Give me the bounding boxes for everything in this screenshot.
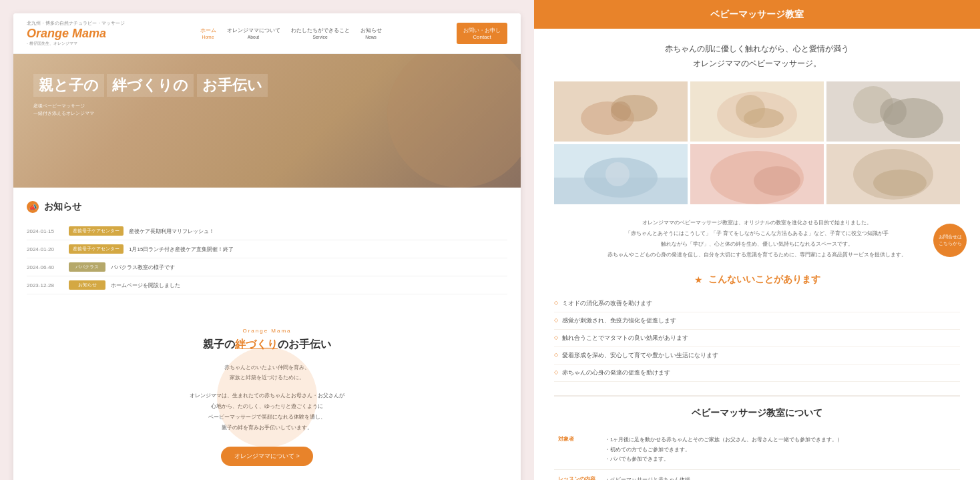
news-item: 2024-01-15 産後母子ケアセンター 産後ケア長期利用マリフレッシュ！ bbox=[27, 222, 507, 240]
benefits-list: ◇ ミオドの消化系の改善を助けます ◇ 感覚が刺激され、免疫力強化を促進します … bbox=[554, 295, 960, 382]
news-item: 2023-12-28 お知らせ ホームページを開設しました bbox=[27, 276, 507, 294]
photo-mom-baby bbox=[826, 81, 960, 142]
hero-line1: 親と子の bbox=[33, 74, 104, 97]
benefits-title: こんないいことがあります bbox=[708, 274, 820, 286]
table-row: レッスンの内容 ・ベビーマッサージと赤ちゃん体操 ・ふれあいあそびとマッサージ（… bbox=[554, 470, 960, 480]
benefit-text: 赤ちゃんの心身の発達の促進を助けます bbox=[562, 369, 670, 377]
news-tag: お知らせ bbox=[69, 280, 105, 290]
hero-sub: 産後ベービーマッサージ 一緒付き添えるオレンジママ bbox=[33, 102, 268, 117]
benefit-text: 愛着形成を深め、安心して育てや豊かしい生活になります bbox=[562, 351, 718, 360]
logo-area: 北九州・博多の自然ナチュラビー・マッサージ Orange Mama - 柑仔国先… bbox=[27, 20, 125, 47]
svg-point-11 bbox=[880, 98, 907, 125]
nav-home[interactable]: ホームHome bbox=[200, 27, 216, 40]
right-header-title: ベビーマッサージ教室 bbox=[710, 9, 804, 19]
table-label: 対象者 bbox=[554, 430, 601, 470]
news-list: 2024-01-15 産後母子ケアセンター 産後ケア長期利用マリフレッシュ！ 2… bbox=[27, 222, 507, 294]
news-text: 1月15日ランチ付き産後ケア直集開催！終了 bbox=[129, 246, 507, 253]
contact-float-button[interactable]: お問合せはこちらから bbox=[933, 224, 967, 257]
news-icon: 📣 bbox=[27, 201, 39, 213]
benefit-item: ◇ 赤ちゃんの心身の発達の促進を助けます bbox=[554, 365, 960, 382]
star-icon: ★ bbox=[694, 274, 703, 285]
navigation: 北九州・博多の自然ナチュラビー・マッサージ Orange Mama - 柑仔国先… bbox=[13, 13, 521, 54]
logo-main[interactable]: Orange Mama bbox=[27, 27, 125, 41]
classroom-section: ベビーマッサージ教室について 対象者 ・1ヶ月後に足を動かせる赤ちゃんとそのご家… bbox=[554, 395, 960, 480]
svg-point-7 bbox=[744, 108, 784, 128]
nav-links: ホームHome オレンジママについてAbout わたしたちができることServi… bbox=[200, 27, 382, 40]
about-body2: オレンジママは、生まれたての赤ちゃんとお母さん・お父さんが 心地から、たのしく、… bbox=[27, 391, 507, 433]
news-date: 2024-01-15 bbox=[27, 228, 63, 234]
website-mockup: 北九州・博多の自然ナチュラビー・マッサージ Orange Mama - 柑仔国先… bbox=[13, 13, 521, 480]
news-item: 2024-01-20 産後母子ケアセンター 1月15日ランチ付き産後ケア直集開催… bbox=[27, 240, 507, 258]
right-desc: オレンジママのベビーマッサージ教室は、オリジナルの教室を進化させる目的で始まりま… bbox=[554, 218, 960, 260]
benefits-header: ★ こんないいことがあります bbox=[554, 274, 960, 286]
benefit-text: ミオドの消化系の改善を助けます bbox=[562, 299, 652, 308]
news-date: 2024-06-40 bbox=[27, 264, 63, 270]
benefit-dot: ◇ bbox=[554, 317, 558, 323]
benefits-section: ★ こんないいことがあります ◇ ミオドの消化系の改善を助けます ◇ 感覚が刺激… bbox=[554, 274, 960, 382]
svg-point-19 bbox=[754, 166, 800, 196]
right-panel: ベビーマッサージ教室 赤ちゃんの肌に優しく触れながら、心と愛情が満う オレンジマ… bbox=[534, 0, 980, 480]
news-item: 2024-06-40 パパクラス パパクラス教室の様子です bbox=[27, 258, 507, 276]
benefit-text: 触れ合うことでマタマトの良い効果があります bbox=[562, 334, 688, 342]
photo-baby-wrap bbox=[826, 144, 960, 204]
hero-line2: 絆づくりの bbox=[107, 74, 194, 97]
benefit-text: 感覚が刺激され、免疫力強化を促進します bbox=[562, 316, 676, 325]
photo-baby-hands bbox=[554, 81, 688, 142]
photo-baby-sleep bbox=[690, 81, 824, 142]
right-intro: 赤ちゃんの肌に優しく触れながら、心と愛情が満う オレンジママのベビーマッサージ。 bbox=[554, 42, 960, 71]
table-label: レッスンの内容 bbox=[554, 470, 601, 480]
about-button[interactable]: オレンジママについて > bbox=[221, 447, 313, 466]
news-text: 産後ケア長期利用マリフレッシュ！ bbox=[129, 228, 507, 235]
classroom-table: 対象者 ・1ヶ月後に足を動かせる赤ちゃんとそのご家族（お父さん、お母さんと一緒で… bbox=[554, 430, 960, 480]
svg-point-3 bbox=[611, 101, 631, 122]
svg-point-15 bbox=[605, 162, 630, 186]
about-title: 親子の絆づくりのお手伝い bbox=[27, 338, 507, 352]
nav-service[interactable]: わたしたちができることService bbox=[291, 27, 350, 40]
news-title: お知らせ bbox=[44, 201, 81, 213]
left-panel: 北九州・博多の自然ナチュラビー・マッサージ Orange Mama - 柑仔国先… bbox=[0, 0, 534, 480]
about-body1: 赤ちゃんとのいたよい仲間を育み、 家族と絆築を近づけるために。 bbox=[27, 363, 507, 383]
table-value: ・ベビーマッサージと赤ちゃん体操 ・ふれあいあそびとマッサージ（クラス） bbox=[601, 470, 960, 480]
photo-baby-pink bbox=[690, 144, 824, 204]
news-tag: パパクラス bbox=[69, 262, 105, 272]
news-text: パパクラス教室の様子です bbox=[111, 264, 507, 271]
logo-tagline: 北九州・博多の自然ナチュラビー・マッサージ bbox=[27, 20, 125, 27]
hero-line3: お手伝い bbox=[197, 74, 268, 97]
benefit-item: ◇ 感覚が刺激され、免疫力強化を促進します bbox=[554, 312, 960, 330]
news-date: 2023-12-28 bbox=[27, 282, 63, 288]
news-header: 📣 お知らせ bbox=[27, 201, 507, 213]
benefit-dot: ◇ bbox=[554, 300, 558, 306]
news-text: ホームページを開設しました bbox=[111, 282, 507, 289]
logo-sub: - 柑仔国先生、オレンジママ bbox=[27, 41, 125, 47]
right-content: 赤ちゃんの肌に優しく触れながら、心と愛情が満う オレンジママのベビーマッサージ。 bbox=[534, 29, 980, 480]
benefit-item: ◇ ミオドの消化系の改善を助けます bbox=[554, 295, 960, 312]
benefit-dot: ◇ bbox=[554, 334, 558, 340]
classroom-title: ベビーマッサージ教室について bbox=[554, 407, 960, 419]
news-section: 📣 お知らせ 2024-01-15 産後母子ケアセンター 産後ケア長期利用マリフ… bbox=[13, 188, 521, 308]
about-section: Orange Mama 親子の絆づくりのお手伝い 赤ちゃんとのいたよい仲間を育み… bbox=[13, 308, 521, 480]
benefit-item: ◇ 愛着形成を深め、安心して育てや豊かしい生活になります bbox=[554, 347, 960, 365]
benefit-dot: ◇ bbox=[554, 352, 558, 358]
nav-about[interactable]: オレンジママについてAbout bbox=[227, 27, 280, 40]
table-row: 対象者 ・1ヶ月後に足を動かせる赤ちゃんとそのご家族（お父さん、お母さんと一緒で… bbox=[554, 430, 960, 470]
news-tag: 産後母子ケアセンター bbox=[69, 244, 124, 254]
hero-section: 親と子の 絆づくりの お手伝い 産後ベービーマッサージ 一緒付き添えるオレンジマ… bbox=[13, 54, 521, 188]
benefit-dot: ◇ bbox=[554, 369, 558, 375]
nav-contact-button[interactable]: お問い・お申しContact bbox=[457, 23, 507, 44]
about-small-label: Orange Mama bbox=[27, 328, 507, 334]
photo-grid bbox=[554, 81, 960, 204]
svg-point-23 bbox=[873, 170, 927, 196]
news-tag: 産後母子ケアセンター bbox=[69, 226, 124, 236]
hero-text: 親と子の 絆づくりの お手伝い 産後ベービーマッサージ 一緒付き添えるオレンジマ… bbox=[33, 74, 268, 117]
photo-baby-floor bbox=[554, 144, 688, 204]
nav-news[interactable]: お知らせNews bbox=[360, 27, 382, 40]
news-date: 2024-01-20 bbox=[27, 246, 63, 252]
hero-circle bbox=[387, 54, 521, 188]
table-value: ・1ヶ月後に足を動かせる赤ちゃんとそのご家族（お父さん、お母さんと一緒でも参加で… bbox=[601, 430, 960, 470]
benefit-item: ◇ 触れ合うことでマタマトの良い効果があります bbox=[554, 330, 960, 347]
right-header: ベビーマッサージ教室 bbox=[534, 0, 980, 29]
